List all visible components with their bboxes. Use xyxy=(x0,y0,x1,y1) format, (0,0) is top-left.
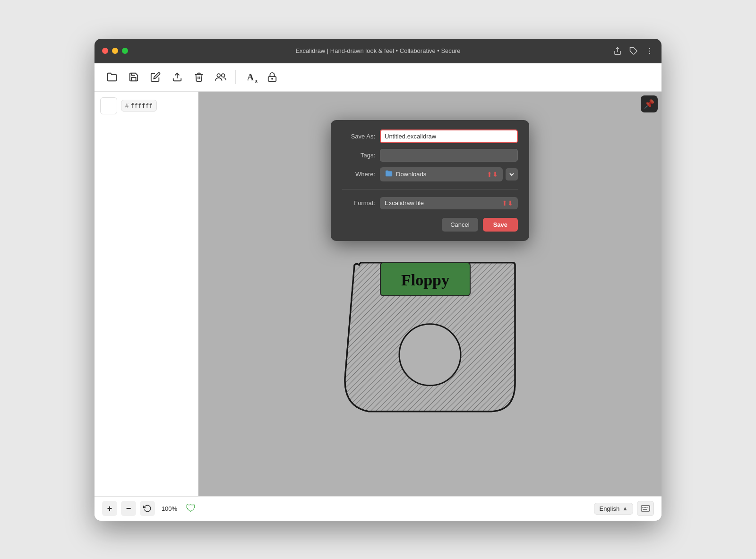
tags-label: Tags: xyxy=(342,152,375,159)
save-button[interactable]: Save xyxy=(483,218,518,232)
reset-zoom-button[interactable] xyxy=(140,501,155,516)
language-label: English xyxy=(599,505,619,512)
window-title: Excalidraw | Hand-drawn look & feel • Co… xyxy=(295,47,460,54)
toolbar-separator xyxy=(235,70,236,84)
tags-input[interactable] xyxy=(380,149,518,162)
bottombar: + − 100% 🛡 English ▲ xyxy=(94,496,662,521)
titlebar: Excalidraw | Hand-drawn look & feel • Co… xyxy=(94,39,662,63)
svg-point-6 xyxy=(217,74,220,77)
left-panel: # ffffff xyxy=(94,92,198,496)
color-hex-value: ffffff xyxy=(130,102,153,109)
zoom-level-display: 100% xyxy=(159,505,180,512)
titlebar-actions xyxy=(613,47,654,55)
bottombar-right: English ▲ xyxy=(594,501,654,516)
color-swatch[interactable] xyxy=(100,97,117,114)
zoom-in-button[interactable]: + xyxy=(102,501,117,516)
open-folder-button[interactable] xyxy=(102,67,122,87)
modal-overlay: Save As: Tags: Where: xyxy=(198,92,662,496)
zoom-out-button[interactable]: − xyxy=(121,501,136,516)
format-row: Format: Excalidraw file ⬆⬇ xyxy=(342,197,518,209)
downloads-folder-icon xyxy=(385,170,393,177)
color-swatch-row: # ffffff xyxy=(100,97,192,114)
extensions-icon-button[interactable] xyxy=(629,47,638,55)
where-label: Where: xyxy=(342,171,375,178)
svg-point-2 xyxy=(649,48,650,49)
share-icon-button[interactable] xyxy=(613,47,622,55)
where-spinner-icon: ⬆⬇ xyxy=(487,171,498,178)
svg-point-9 xyxy=(272,78,273,79)
minimize-button[interactable] xyxy=(112,48,118,54)
cancel-button[interactable]: Cancel xyxy=(442,218,478,232)
svg-point-4 xyxy=(649,53,650,54)
svg-point-7 xyxy=(222,74,225,77)
format-text: Excalidraw file xyxy=(385,199,499,206)
tags-row: Tags: xyxy=(342,149,518,162)
hash-symbol: # xyxy=(125,102,129,109)
more-options-button[interactable] xyxy=(645,47,654,55)
maximize-button[interactable] xyxy=(122,48,128,54)
save-as-label: Save As: xyxy=(342,133,375,140)
language-selector[interactable]: English ▲ xyxy=(594,503,633,515)
edit-button[interactable] xyxy=(146,67,165,87)
folder-icon xyxy=(385,170,393,179)
app-window: Excalidraw | Hand-drawn look & feel • Co… xyxy=(94,39,662,521)
canvas-area: 📌 xyxy=(198,92,662,496)
collaborate-button[interactable] xyxy=(211,67,231,87)
where-row: Where: Downloads ⬆⬇ xyxy=(342,167,518,181)
format-spinner-icon: ⬆⬇ xyxy=(502,199,513,207)
where-dropdown[interactable]: Downloads ⬆⬇ xyxy=(380,167,503,181)
color-hash-input[interactable]: # ffffff xyxy=(121,100,157,112)
modal-buttons: Cancel Save xyxy=(342,218,518,232)
toolbar: A 8 xyxy=(94,63,662,92)
format-select[interactable]: Excalidraw file ⬆⬇ xyxy=(380,197,518,209)
chevron-up-icon: ▲ xyxy=(622,505,628,512)
traffic-lights xyxy=(102,48,128,54)
export-button[interactable] xyxy=(167,67,187,87)
main-area: # ffffff 📌 xyxy=(94,92,662,496)
save-as-input[interactable] xyxy=(380,129,518,143)
save-as-row: Save As: xyxy=(342,129,518,143)
where-text: Downloads xyxy=(396,171,484,178)
format-label: Format: xyxy=(342,199,375,206)
where-expand-button[interactable] xyxy=(506,168,518,181)
close-button[interactable] xyxy=(102,48,108,54)
delete-button[interactable] xyxy=(189,67,209,87)
keyboard-shortcut-button[interactable] xyxy=(637,501,654,516)
save-button[interactable] xyxy=(124,67,144,87)
save-as-dialog: Save As: Tags: Where: xyxy=(331,120,529,241)
svg-rect-14 xyxy=(641,506,650,511)
shield-icon: 🛡 xyxy=(186,502,196,515)
text-style-button[interactable]: A 8 xyxy=(241,67,260,87)
svg-point-3 xyxy=(649,50,650,51)
lock-button[interactable] xyxy=(262,67,282,87)
modal-divider xyxy=(342,189,518,189)
